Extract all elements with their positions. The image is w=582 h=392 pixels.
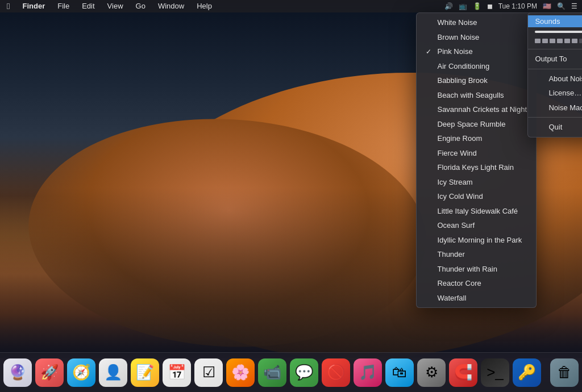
- sound-item-6[interactable]: Savannah Crickets at Night: [417, 102, 536, 117]
- dock-item-music[interactable]: 🎵: [354, 358, 382, 387]
- vol-bar-5: [564, 39, 570, 43]
- sound-item-18[interactable]: Reactor Core: [417, 276, 536, 291]
- dock-item-facetime[interactable]: 📹: [258, 358, 286, 387]
- volume-slider-fill: [535, 31, 582, 33]
- dock-item-system-preferences[interactable]: ⚙: [417, 358, 446, 387]
- license-label: License…: [548, 87, 581, 99]
- dock-item-calendar[interactable]: 📅: [163, 358, 191, 387]
- sound-item-2[interactable]: ✓Pink Noise: [417, 44, 536, 59]
- sound-item-4[interactable]: Babbling Brook: [417, 73, 536, 88]
- sound-item-5[interactable]: Beach with Seagulls: [417, 88, 536, 103]
- dock: 🗂🔮🚀🧭👤📝📅☑🌸📹💬🚫🎵🛍⚙🧲>_🔑🗑📁: [0, 352, 582, 392]
- dock-item-siri[interactable]: 🔮: [3, 358, 32, 387]
- search-icon[interactable]: 🔍: [557, 2, 566, 10]
- menubar-time: Tue 1:10 PM: [498, 2, 537, 10]
- separator-1: [528, 49, 582, 49]
- dock-item-trash[interactable]: 🗑: [550, 358, 579, 387]
- vol-bar-4: [557, 39, 563, 43]
- sounds-label: Sounds: [535, 17, 582, 26]
- sound-item-16[interactable]: Thunder: [417, 247, 536, 262]
- sound-item-14[interactable]: Ocean Surf: [417, 218, 536, 233]
- menubar-view[interactable]: View: [105, 0, 126, 12]
- separator-2: [528, 69, 582, 69]
- menubar-go[interactable]: Go: [134, 0, 148, 12]
- dock-item-1password[interactable]: 🔑: [513, 358, 541, 387]
- about-label: About Noise Machine…: [548, 73, 582, 85]
- menubar-edit[interactable]: Edit: [80, 0, 97, 12]
- separator-3: [528, 117, 582, 118]
- wifi-icon[interactable]: ◼: [487, 2, 493, 10]
- dock-item-messages[interactable]: 💬: [290, 358, 318, 387]
- sound-item-8[interactable]: Engine Room: [417, 131, 536, 146]
- sound-item-15[interactable]: Idyllic Morning in the Park: [417, 233, 536, 248]
- sound-item-1[interactable]: Brown Noise: [417, 30, 536, 45]
- screen-icon[interactable]: 📺: [459, 2, 467, 10]
- sound-item-9[interactable]: Fierce Wind: [417, 146, 536, 161]
- about-item[interactable]: About Noise Machine…: [528, 72, 582, 86]
- vol-bar-1: [535, 39, 541, 43]
- dock-item-do-not-disturb[interactable]: 🚫: [322, 358, 350, 387]
- battery-icon[interactable]: 🔋: [473, 2, 481, 10]
- quit-item[interactable]: Quit: [528, 120, 582, 135]
- sound-item-10[interactable]: Florida Keys Light Rain: [417, 160, 536, 175]
- quit-label: Quit: [548, 122, 562, 133]
- menubar:  Finder File Edit View Go Window Help 🔊…: [0, 0, 582, 12]
- dock-item-reminders[interactable]: ☑: [194, 358, 223, 387]
- vol-bar-6: [572, 39, 577, 43]
- vol-bar-7: [579, 39, 582, 43]
- dock-item-launchpad[interactable]: 🚀: [35, 358, 64, 387]
- app-menu: Sounds ▶ Output To ▶: [527, 12, 582, 137]
- vol-bar-2: [542, 39, 548, 43]
- sound-item-12[interactable]: Icy Cold Wind: [417, 189, 536, 204]
- help-item[interactable]: Noise Machine Help…: [528, 101, 582, 115]
- vol-bar-3: [550, 39, 555, 43]
- dock-item-notes[interactable]: 📝: [131, 358, 159, 387]
- sounds-menu: White NoiseBrown Noise✓Pink NoiseAir Con…: [416, 12, 537, 308]
- volume-slider-container: [528, 27, 582, 36]
- sound-item-13[interactable]: Little Italy Sidewalk Café: [417, 204, 536, 219]
- dock-item-app-store[interactable]: 🛍: [385, 358, 414, 387]
- menubar-file[interactable]: File: [55, 0, 72, 12]
- sound-item-11[interactable]: Icy Stream: [417, 175, 536, 190]
- dock-item-safari[interactable]: 🧭: [67, 358, 95, 387]
- sound-item-0[interactable]: White Noise: [417, 15, 536, 30]
- sound-item-7[interactable]: Deep Space Rumble: [417, 117, 536, 132]
- dock-item-terminal[interactable]: >_: [481, 358, 509, 387]
- sound-item-3[interactable]: Air Conditioning: [417, 59, 536, 74]
- menubar-window[interactable]: Window: [156, 0, 186, 12]
- apple-menu[interactable]: : [5, 0, 12, 12]
- menubar-finder[interactable]: Finder: [20, 0, 47, 12]
- list-icon[interactable]: ☰: [571, 2, 577, 10]
- volume-bar-display: [528, 36, 582, 47]
- dock-item-contacts[interactable]: 👤: [99, 358, 127, 387]
- license-item[interactable]: License…: [528, 86, 582, 101]
- speaker-icon[interactable]: 🔊: [444, 2, 453, 10]
- output-to-item[interactable]: Output To ▶: [528, 52, 582, 66]
- dock-item-magnet[interactable]: 🧲: [449, 358, 477, 387]
- help-label: Noise Machine Help…: [548, 102, 582, 114]
- output-to-label: Output To: [535, 53, 582, 65]
- flag-icon: 🇺🇸: [543, 2, 551, 10]
- sound-item-17[interactable]: Thunder with Rain: [417, 262, 536, 277]
- sound-item-19[interactable]: Waterfall: [417, 291, 536, 306]
- menubar-help[interactable]: Help: [194, 0, 214, 12]
- dock-item-photos[interactable]: 🌸: [226, 358, 255, 387]
- sounds-menu-item[interactable]: Sounds ▶: [528, 15, 582, 27]
- dropdown-container: White NoiseBrown Noise✓Pink NoiseAir Con…: [416, 12, 537, 308]
- volume-slider-track[interactable]: [535, 31, 582, 33]
